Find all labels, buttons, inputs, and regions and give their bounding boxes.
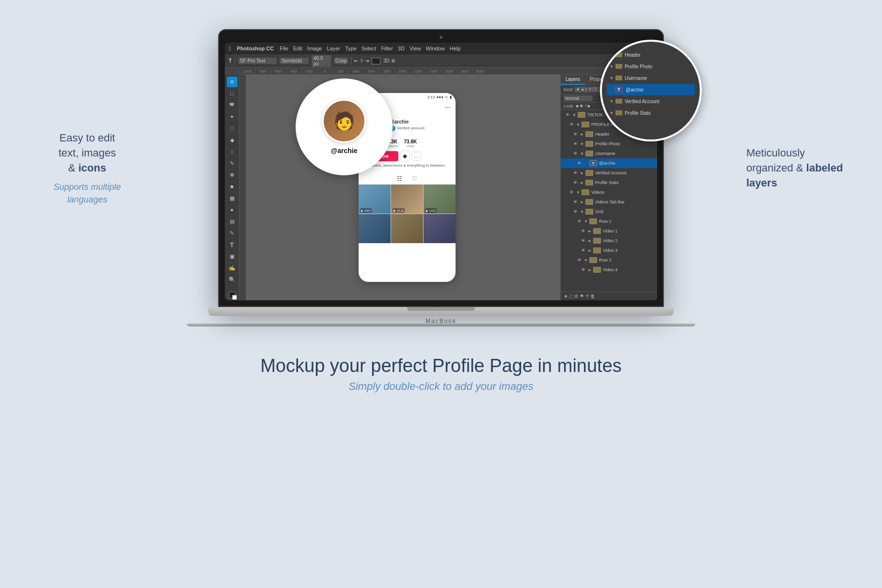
ruler-2000: 2000 <box>472 69 488 74</box>
font-select[interactable]: SF Pro Text <box>238 58 277 64</box>
brush-tool[interactable]: ✎ <box>227 158 237 169</box>
pen-tool[interactable]: ✎ <box>227 228 237 238</box>
eye-grid[interactable]: 👁 <box>572 209 578 215</box>
name-video4: Video 4 <box>603 267 617 272</box>
heart-tab-icon[interactable]: ♡ <box>412 175 417 182</box>
foreground-color[interactable] <box>229 292 236 298</box>
eye-video4[interactable]: 👁 <box>580 267 586 273</box>
ps-app-name: Photoshop CC <box>237 46 274 51</box>
layer-video1[interactable]: 👁 ► Video 1 <box>561 226 657 236</box>
eye-profile-photo[interactable]: 👁 <box>572 141 578 147</box>
layer-profile-stats[interactable]: 👁 ► Profile Stats <box>561 178 657 187</box>
eye-username[interactable]: 👁 <box>572 151 578 156</box>
lm-archie-text: T @archie <box>607 84 657 95</box>
more-options[interactable]: 3D ⚙ <box>383 58 395 63</box>
blur-tool[interactable]: ● <box>227 204 237 215</box>
ruler-1000r: 1000 <box>394 69 410 74</box>
clone-tool[interactable]: ☸ <box>227 170 237 180</box>
arrow-verified: ► <box>580 171 584 175</box>
eye-verified[interactable]: 👁 <box>572 170 578 176</box>
layer-archie-text[interactable]: 👁 T @archie <box>561 158 657 168</box>
menu-file[interactable]: File <box>280 46 288 51</box>
menu-layer[interactable]: Layer <box>327 46 340 51</box>
layers-bottom-toolbar: ★ ⎕ ⛤ ⚑ ♰ 🗑 <box>561 292 657 300</box>
eye-row1[interactable]: 👁 <box>576 218 582 224</box>
layer-verified[interactable]: 👁 ► Verified Account <box>561 168 657 178</box>
gradient-tool[interactable]: ▩ <box>227 193 237 203</box>
menu-edit[interactable]: Edit <box>293 46 302 51</box>
eye-tiktok[interactable]: 👁 <box>565 112 570 118</box>
instagram-icon[interactable]: ◆ <box>400 151 410 161</box>
more-options-icon[interactable]: … <box>411 152 421 161</box>
eye-profile[interactable]: 👁 <box>568 122 574 127</box>
eyedropper-tool[interactable]: ◆ <box>227 135 237 145</box>
layer-videos[interactable]: 👁 ▼ Videos <box>561 187 657 197</box>
menu-type[interactable]: Type <box>345 46 357 51</box>
menu-window[interactable]: Window <box>426 46 445 51</box>
eye-video2[interactable]: 👁 <box>580 238 586 244</box>
thumb-username <box>585 151 593 156</box>
layer-videos-tab-bar[interactable]: 👁 ► Videos Tab Bar <box>561 197 657 207</box>
menu-image[interactable]: Image <box>307 46 322 51</box>
layer-video3[interactable]: 👁 ► Video 3 <box>561 246 657 255</box>
phone-more-icon[interactable]: ⋯ <box>445 104 451 111</box>
blend-mode-select[interactable]: Normal <box>564 95 593 101</box>
layer-video4[interactable]: 👁 ► Video 4 <box>561 265 657 275</box>
hand-tool[interactable]: ✍ <box>227 263 237 273</box>
selection-tool[interactable]: □ <box>227 88 237 99</box>
phone-signal: ●●● <box>437 95 444 99</box>
eye-video1[interactable]: 👁 <box>580 228 586 234</box>
color-swatch[interactable] <box>372 58 380 64</box>
eye-videos-tab[interactable]: 👁 <box>572 199 578 205</box>
menu-help[interactable]: Help <box>450 46 461 51</box>
dodge-tool[interactable]: ▤ <box>227 216 237 227</box>
menu-filter[interactable]: Filter <box>381 46 393 51</box>
phone-tabs: ☷ ♡ <box>359 173 456 185</box>
align-icons: ⇤ ⇧ ⇥ <box>354 58 369 63</box>
font-weight[interactable]: Semibold <box>280 58 309 64</box>
ruler-1800: 1800 <box>457 69 472 74</box>
lasso-tool[interactable]: ◚ <box>227 100 237 110</box>
layer-username-group[interactable]: 👁 ▼ Username <box>561 149 657 158</box>
magic-wand-tool[interactable]: ✦ <box>227 111 237 122</box>
ps-canvas[interactable]: 🧑 @archie 2:12 ●●● <box>239 75 560 300</box>
menu-select[interactable]: Select <box>362 46 377 51</box>
menu-view[interactable]: View <box>410 46 421 51</box>
layer-row2[interactable]: 👁 ▼ Row 2 <box>561 255 657 265</box>
zoom-tool[interactable]: 🔍 <box>227 274 237 285</box>
name-video1: Video 1 <box>603 229 617 233</box>
eye-video3[interactable]: 👁 <box>580 248 586 253</box>
ruler-400: 400 <box>286 69 301 74</box>
video-count-2: ▶ 10.2k <box>393 208 405 213</box>
menu-3d[interactable]: 3D <box>398 46 405 51</box>
lm-verified-account: ▼ Verified Account <box>607 95 657 107</box>
eye-videos[interactable]: 👁 <box>568 189 574 195</box>
font-size[interactable]: 40.5 px <box>312 55 331 67</box>
lm-profile-photo: ▼ Profile Photo <box>607 61 657 72</box>
move-tool[interactable]: ✥ <box>227 77 237 87</box>
eye-stats[interactable]: 👁 <box>572 180 578 186</box>
shape-tool[interactable]: ▣ <box>227 251 237 262</box>
layer-grid[interactable]: 👁 ▼ Grid <box>561 207 657 217</box>
name-header: Header <box>595 132 610 137</box>
arrow-video1: ► <box>588 229 592 233</box>
lm-folder-verified <box>615 99 622 104</box>
eye-archie[interactable]: 👁 <box>576 160 582 166</box>
heal-tool[interactable]: ○ <box>227 146 237 157</box>
lm-name-verified: Verified Account <box>625 99 657 104</box>
layer-video2[interactable]: 👁 ► Video 2 <box>561 236 657 246</box>
name-archie: @archie <box>599 161 615 166</box>
eraser-tool[interactable]: ■ <box>227 181 237 192</box>
anti-alias[interactable]: Crisp <box>334 58 348 64</box>
crop-tool[interactable]: □ <box>227 123 237 134</box>
eye-header[interactable]: 👁 <box>572 131 578 137</box>
grid-cell-1: ▶ 2084 <box>359 185 391 214</box>
arrow-video3: ► <box>588 248 592 253</box>
lm-arrow-username: ▼ <box>610 76 614 80</box>
ps-menubar:  Photoshop CC File Edit Image Layer Typ… <box>225 43 657 54</box>
grid-tab-icon[interactable]: ☷ <box>397 175 402 182</box>
layer-row1[interactable]: 👁 ▼ Row 1 <box>561 217 657 226</box>
eye-row2[interactable]: 👁 <box>576 257 582 263</box>
layers-tab[interactable]: Layers <box>561 75 585 85</box>
text-tool[interactable]: T <box>227 239 237 250</box>
